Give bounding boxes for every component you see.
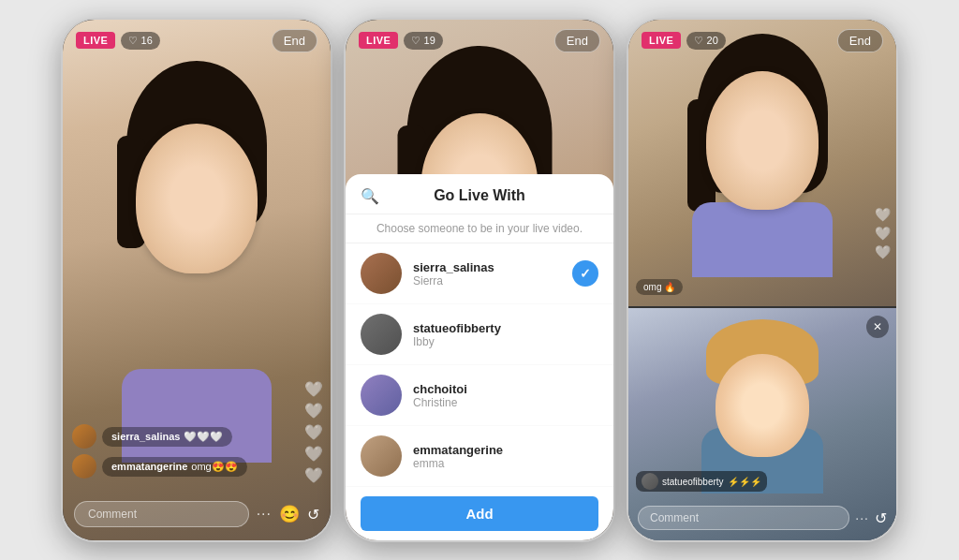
left-top-bar: LIVE ♡ 16 End — [63, 20, 331, 61]
user-handle-chchoitoi: chchoitoi — [413, 382, 598, 396]
comment-item: emmatangerineomg😍😍 — [72, 454, 293, 479]
comment-avatar — [72, 454, 96, 479]
user-info-emmatangerine: emmatangerine emma — [413, 443, 598, 470]
right-shirt — [692, 202, 833, 277]
guest-emoji: ⚡⚡⚡ — [728, 477, 761, 487]
left-comments-area: sierra_salinas🤍🤍🤍 emmatangerineomg😍😍 — [72, 424, 293, 484]
left-comment-input[interactable]: Comment — [74, 501, 249, 527]
user-name-emmatangerine: emma — [413, 457, 598, 470]
user-item-statueofibberty[interactable]: statueofibberty Ibby — [346, 304, 613, 365]
left-bottom-bar: Comment ··· 😊 ↺ — [63, 488, 331, 540]
user-name-statueofibberty: Ibby — [413, 335, 598, 348]
right-top-comment-area: omg 🔥 — [636, 277, 683, 299]
middle-phone: LIVE ♡ 19 End 🔍 Go Live With Choose some… — [344, 18, 615, 542]
left-face — [136, 124, 258, 273]
right-phone: LIVE ♡ 20 End omg 🔥 🤍 🤍 🤍 — [627, 18, 898, 542]
user-handle-statueofibberty: statueofibberty — [413, 321, 598, 335]
left-live-badge: LIVE — [76, 32, 115, 49]
guest-username-text: statueofibberty — [662, 477, 724, 487]
split-bottom-video: ✕ statueofibberty ⚡⚡⚡ Comment — [628, 306, 896, 540]
user-info-sierra: sierra_salinas Sierra — [413, 260, 561, 287]
comment-item: sierra_salinas🤍🤍🤍 — [72, 424, 293, 449]
modal-subtitle: Choose someone to be in your live video. — [346, 214, 613, 243]
right-three-dots-icon[interactable]: ··· — [855, 510, 869, 525]
middle-phone-screen: LIVE ♡ 19 End 🔍 Go Live With Choose some… — [346, 20, 613, 540]
close-guest-button[interactable]: ✕ — [866, 316, 889, 338]
left-refresh-icon[interactable]: ↺ — [307, 506, 319, 523]
right-viewer-count: ♡ 20 — [686, 32, 725, 50]
user-avatar-chchoitoi — [361, 375, 402, 416]
right-end-button[interactable]: End — [837, 29, 883, 52]
modal-overlay: 🔍 Go Live With Choose someone to be in y… — [346, 20, 613, 540]
right-bottom-bar: Comment ··· ↺ — [628, 495, 896, 540]
user-name-sierra: Sierra — [413, 274, 561, 287]
guest-username-area: statueofibberty ⚡⚡⚡ — [636, 471, 767, 492]
comment-text: sierra_salinas🤍🤍🤍 — [102, 427, 232, 447]
left-hearts: 🤍 🤍 🤍 🤍 🤍 — [304, 380, 323, 484]
user-avatar-sierra — [361, 253, 402, 294]
modal-search-icon[interactable]: 🔍 — [361, 187, 379, 205]
split-top-video: LIVE ♡ 20 End omg 🔥 🤍 🤍 🤍 — [628, 20, 896, 306]
right-omg-comment: omg 🔥 — [636, 279, 683, 295]
guest-username-label: statueofibberty ⚡⚡⚡ — [636, 471, 767, 492]
modal-header: 🔍 Go Live With — [346, 174, 613, 214]
left-three-dots-icon[interactable]: ··· — [257, 506, 272, 523]
right-live-badge: LIVE — [642, 32, 681, 49]
user-name-chchoitoi: Christine — [413, 396, 598, 409]
comment-placeholder: Comment — [88, 508, 137, 521]
screens-container: LIVE ♡ 16 End 🤍 🤍 🤍 🤍 🤍 sierra_salinas🤍� — [42, 0, 917, 560]
split-screen: LIVE ♡ 20 End omg 🔥 🤍 🤍 🤍 — [628, 20, 896, 540]
comment-username: sierra_salinas — [111, 431, 180, 442]
user-handle-emmatangerine: emmatangerine — [413, 443, 598, 457]
right-face — [706, 71, 819, 210]
right-refresh-icon[interactable]: ↺ — [875, 509, 887, 527]
left-top-left: LIVE ♡ 16 — [76, 32, 160, 50]
left-phone: LIVE ♡ 16 End 🤍 🤍 🤍 🤍 🤍 sierra_salinas🤍� — [61, 18, 332, 542]
left-viewer-count: ♡ 16 — [121, 32, 159, 50]
add-button[interactable]: Add — [361, 496, 598, 531]
left-end-button[interactable]: End — [272, 29, 317, 52]
right-top-left: LIVE ♡ 20 — [642, 32, 726, 50]
right-comment-placeholder: Comment — [650, 511, 699, 524]
right-comment-input[interactable]: Comment — [638, 506, 849, 530]
comment-avatar — [72, 424, 96, 449]
user-info-statueofibberty: statueofibberty Ibby — [413, 321, 598, 348]
comment-username: emmatangerine — [111, 461, 187, 472]
left-emoji-icon[interactable]: 😊 — [279, 504, 300, 524]
comment-text: emmatangerineomg😍😍 — [102, 457, 247, 477]
right-hearts: 🤍 🤍 🤍 — [875, 207, 891, 259]
go-live-with-panel: 🔍 Go Live With Choose someone to be in y… — [346, 174, 613, 540]
user-avatar-emmatangerine — [361, 435, 402, 477]
modal-title: Go Live With — [434, 187, 525, 204]
guest-face — [716, 354, 809, 457]
user-check-sierra: ✓ — [572, 260, 598, 287]
user-item-sierra[interactable]: sierra_salinas Sierra ✓ — [346, 243, 613, 304]
user-list: sierra_salinas Sierra ✓ statueofibberty … — [346, 243, 613, 487]
user-handle-sierra: sierra_salinas — [413, 260, 561, 274]
right-phone-screen: LIVE ♡ 20 End omg 🔥 🤍 🤍 🤍 — [628, 20, 896, 540]
user-info-chchoitoi: chchoitoi Christine — [413, 382, 598, 409]
guest-small-avatar — [642, 473, 658, 490]
user-avatar-statueofibberty — [361, 314, 402, 355]
user-item-chchoitoi[interactable]: chchoitoi Christine — [346, 365, 613, 426]
user-item-emmatangerine[interactable]: emmatangerine emma — [346, 426, 613, 487]
right-top-bar: LIVE ♡ 20 End — [628, 20, 896, 61]
left-phone-screen: LIVE ♡ 16 End 🤍 🤍 🤍 🤍 🤍 sierra_salinas🤍� — [63, 20, 331, 540]
